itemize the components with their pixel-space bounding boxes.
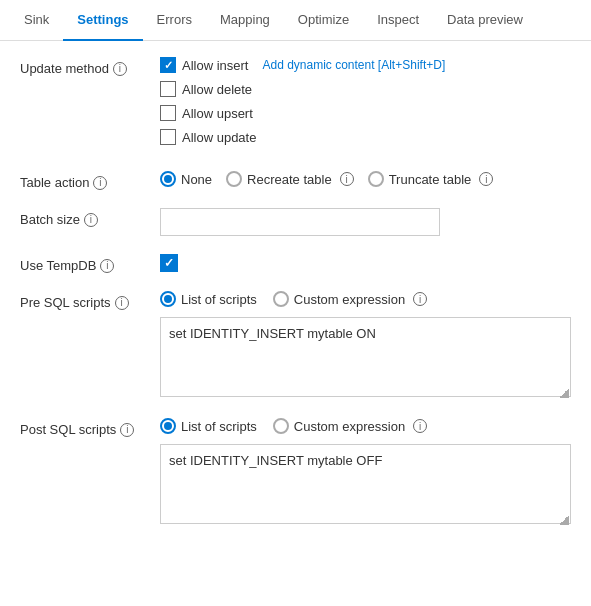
- batch-size-info-icon[interactable]: i: [84, 213, 98, 227]
- batch-size-input[interactable]: [160, 208, 440, 236]
- recreate-label: Recreate table: [247, 172, 332, 187]
- tab-optimize[interactable]: Optimize: [284, 0, 363, 41]
- allow-insert-checkbox[interactable]: [160, 57, 176, 73]
- pre-sql-custom-label: Custom expression: [294, 292, 405, 307]
- table-action-control: None Recreate table i Truncate table i: [160, 171, 571, 187]
- pre-sql-list-label: List of scripts: [181, 292, 257, 307]
- batch-size-row: Batch size i: [20, 208, 571, 236]
- pre-sql-list-of-scripts[interactable]: List of scripts: [160, 291, 257, 307]
- use-tempdb-label: Use TempDB i: [20, 254, 160, 273]
- tab-mapping[interactable]: Mapping: [206, 0, 284, 41]
- table-action-text: Table action: [20, 175, 89, 190]
- allow-delete-label: Allow delete: [182, 82, 252, 97]
- post-sql-radio-group: List of scripts Custom expression i: [160, 418, 571, 434]
- pre-sql-scripts-label: Pre SQL scripts i: [20, 291, 160, 310]
- post-sql-textarea-wrapper: set IDENTITY_INSERT mytable OFF +: [160, 444, 571, 527]
- allow-delete-row: Allow delete: [160, 81, 571, 97]
- update-method-control: Allow insert Add dynamic content [Alt+Sh…: [160, 57, 571, 153]
- use-tempdb-text: Use TempDB: [20, 258, 96, 273]
- none-radio[interactable]: [160, 171, 176, 187]
- allow-upsert-label: Allow upsert: [182, 106, 253, 121]
- update-method-row: Update method i Allow insert Add dynamic…: [20, 57, 571, 153]
- post-sql-custom-radio[interactable]: [273, 418, 289, 434]
- table-action-info-icon[interactable]: i: [93, 176, 107, 190]
- post-sql-custom-label: Custom expression: [294, 419, 405, 434]
- pre-sql-list-radio[interactable]: [160, 291, 176, 307]
- post-sql-list-of-scripts[interactable]: List of scripts: [160, 418, 257, 434]
- post-sql-info-icon[interactable]: i: [120, 423, 134, 437]
- pre-sql-scripts-text: Pre SQL scripts: [20, 295, 111, 310]
- post-sql-scripts-control: List of scripts Custom expression i set …: [160, 418, 571, 527]
- table-action-label: Table action i: [20, 171, 160, 190]
- use-tempdb-info-icon[interactable]: i: [100, 259, 114, 273]
- table-action-truncate[interactable]: Truncate table i: [368, 171, 494, 187]
- allow-insert-row: Allow insert Add dynamic content [Alt+Sh…: [160, 57, 571, 73]
- allow-upsert-checkbox[interactable]: [160, 105, 176, 121]
- batch-size-control: [160, 208, 571, 236]
- batch-size-text: Batch size: [20, 212, 80, 227]
- post-sql-textarea[interactable]: set IDENTITY_INSERT mytable OFF: [160, 444, 571, 524]
- tab-data-preview[interactable]: Data preview: [433, 0, 537, 41]
- pre-sql-scripts-control: List of scripts Custom expression i set …: [160, 291, 571, 400]
- allow-upsert-row: Allow upsert: [160, 105, 571, 121]
- settings-content: Update method i Allow insert Add dynamic…: [0, 41, 591, 561]
- batch-size-label: Batch size i: [20, 208, 160, 227]
- update-method-label: Update method i: [20, 57, 160, 76]
- post-sql-scripts-row: Post SQL scripts i List of scripts Custo…: [20, 418, 571, 527]
- pre-sql-custom-radio[interactable]: [273, 291, 289, 307]
- table-action-none[interactable]: None: [160, 171, 212, 187]
- tab-bar: Sink Settings Errors Mapping Optimize In…: [0, 0, 591, 41]
- allow-delete-checkbox[interactable]: [160, 81, 176, 97]
- truncate-label: Truncate table: [389, 172, 472, 187]
- table-action-recreate[interactable]: Recreate table i: [226, 171, 354, 187]
- pre-sql-textarea-wrapper: set IDENTITY_INSERT mytable ON +: [160, 317, 571, 400]
- post-sql-custom-info-icon[interactable]: i: [413, 419, 427, 433]
- tab-settings[interactable]: Settings: [63, 0, 142, 41]
- tab-inspect[interactable]: Inspect: [363, 0, 433, 41]
- none-label: None: [181, 172, 212, 187]
- post-sql-scripts-label: Post SQL scripts i: [20, 418, 160, 437]
- use-tempdb-checkbox[interactable]: [160, 254, 178, 272]
- post-sql-list-label: List of scripts: [181, 419, 257, 434]
- post-sql-resize-handle[interactable]: [559, 515, 569, 525]
- table-action-radio-group: None Recreate table i Truncate table i: [160, 171, 571, 187]
- recreate-radio[interactable]: [226, 171, 242, 187]
- tab-sink[interactable]: Sink: [10, 0, 63, 41]
- pre-sql-textarea[interactable]: set IDENTITY_INSERT mytable ON: [160, 317, 571, 397]
- allow-update-label: Allow update: [182, 130, 256, 145]
- post-sql-custom-expression[interactable]: Custom expression i: [273, 418, 427, 434]
- post-sql-scripts-text: Post SQL scripts: [20, 422, 116, 437]
- update-method-text: Update method: [20, 61, 109, 76]
- pre-sql-custom-info-icon[interactable]: i: [413, 292, 427, 306]
- use-tempdb-control: [160, 254, 571, 272]
- table-action-row: Table action i None Recreate table i Tru…: [20, 171, 571, 190]
- update-method-info-icon[interactable]: i: [113, 62, 127, 76]
- allow-update-checkbox[interactable]: [160, 129, 176, 145]
- truncate-radio[interactable]: [368, 171, 384, 187]
- pre-sql-info-icon[interactable]: i: [115, 296, 129, 310]
- recreate-info-icon[interactable]: i: [340, 172, 354, 186]
- pre-sql-resize-handle[interactable]: [559, 388, 569, 398]
- add-dynamic-content-link[interactable]: Add dynamic content [Alt+Shift+D]: [262, 58, 445, 72]
- pre-sql-scripts-row: Pre SQL scripts i List of scripts Custom…: [20, 291, 571, 400]
- post-sql-list-radio[interactable]: [160, 418, 176, 434]
- pre-sql-radio-group: List of scripts Custom expression i: [160, 291, 571, 307]
- use-tempdb-row: Use TempDB i: [20, 254, 571, 273]
- allow-insert-label: Allow insert: [182, 58, 248, 73]
- allow-update-row: Allow update: [160, 129, 571, 145]
- tab-errors[interactable]: Errors: [143, 0, 206, 41]
- pre-sql-custom-expression[interactable]: Custom expression i: [273, 291, 427, 307]
- truncate-info-icon[interactable]: i: [479, 172, 493, 186]
